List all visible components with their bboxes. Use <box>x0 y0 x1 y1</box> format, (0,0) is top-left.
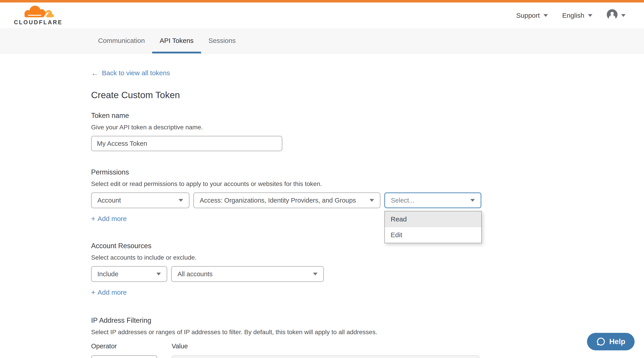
cloudflare-wordmark: CLOUDFLARE <box>14 19 62 26</box>
resource-mode-select[interactable]: Include <box>91 266 167 282</box>
user-avatar-icon <box>607 9 618 22</box>
chevron-down-icon <box>156 273 161 275</box>
brand-accent-bar <box>0 0 644 3</box>
account-resources-row: Include All accounts <box>91 266 644 282</box>
menu-option-edit[interactable]: Edit <box>385 227 481 243</box>
language-menu-label: English <box>562 12 584 19</box>
header-actions: Support English <box>516 9 626 22</box>
token-name-heading: Token name <box>91 112 644 120</box>
resource-mode-value: Include <box>98 270 118 278</box>
back-to-tokens-link[interactable]: ← Back to view all tokens <box>91 69 170 77</box>
cloudflare-cloud-icon <box>20 5 57 19</box>
ip-value-input[interactable] <box>172 355 480 358</box>
chevron-down-icon <box>544 14 548 17</box>
permission-scope-value: Account <box>98 197 121 204</box>
token-name-description: Give your API token a descriptive name. <box>91 124 644 131</box>
chevron-down-icon <box>313 273 318 275</box>
profile-tabs: Communication API Tokens Sessions <box>0 28 644 54</box>
ip-filtering-row: Select... <box>91 355 644 358</box>
permissions-section: Permissions Select edit or read permissi… <box>91 168 644 223</box>
tab-api-tokens[interactable]: API Tokens <box>152 28 201 53</box>
chevron-down-icon <box>178 199 183 202</box>
chevron-down-icon <box>621 14 626 17</box>
plus-icon: + <box>91 289 95 296</box>
chevron-down-icon <box>470 199 475 202</box>
resource-accounts-value: All accounts <box>178 270 212 278</box>
chat-bubble-icon <box>596 337 606 346</box>
page-title: Create Custom Token <box>91 90 644 100</box>
permission-level-select[interactable]: Select... <box>384 192 481 208</box>
header: CLOUDFLARE Support English <box>0 3 644 28</box>
permissions-heading: Permissions <box>91 168 644 176</box>
back-arrow-icon: ← <box>91 69 99 77</box>
chevron-down-icon <box>370 199 374 202</box>
permissions-description: Select edit or read permissions to apply… <box>91 180 644 188</box>
help-button[interactable]: Help <box>587 333 634 350</box>
token-name-section: Token name Give your API token a descrip… <box>91 112 644 151</box>
operator-label: Operator <box>91 342 161 350</box>
language-menu[interactable]: English <box>562 12 592 19</box>
permission-group-select[interactable]: Access: Organizations, Identity Provider… <box>194 192 380 208</box>
tab-communication[interactable]: Communication <box>91 28 152 53</box>
chevron-down-icon <box>588 14 592 17</box>
account-resources-description: Select accounts to include or exclude. <box>91 254 644 261</box>
help-button-label: Help <box>609 337 626 346</box>
ip-filtering-section: IP Address Filtering Select IP addresses… <box>91 316 644 358</box>
permissions-add-more-link[interactable]: + Add more <box>91 215 127 223</box>
token-name-input[interactable] <box>91 136 282 151</box>
ip-operator-select[interactable]: Select... <box>91 355 157 358</box>
resources-add-more-label: Add more <box>98 289 127 296</box>
value-label: Value <box>172 342 188 350</box>
resources-add-more-link[interactable]: + Add more <box>91 289 127 296</box>
permissions-add-more-label: Add more <box>98 215 127 223</box>
account-resources-section: Account Resources Select accounts to inc… <box>91 242 644 296</box>
account-resources-heading: Account Resources <box>91 242 644 250</box>
permission-group-value: Access: Organizations, Identity Provider… <box>200 197 356 204</box>
back-link-label: Back to view all tokens <box>102 69 170 77</box>
resource-accounts-select[interactable]: All accounts <box>171 266 324 282</box>
permissions-row: Account Access: Organizations, Identity … <box>91 192 644 208</box>
plus-icon: + <box>91 215 95 222</box>
ip-filtering-heading: IP Address Filtering <box>91 316 644 324</box>
main-content: ← Back to view all tokens Create Custom … <box>0 54 644 358</box>
support-menu[interactable]: Support <box>516 12 548 19</box>
ip-filtering-description: Select IP addresses or ranges of IP addr… <box>91 328 644 336</box>
cloudflare-logo[interactable]: CLOUDFLARE <box>14 5 62 26</box>
menu-option-read[interactable]: Read <box>385 211 481 227</box>
permission-level-menu: Read Edit <box>384 211 482 243</box>
account-menu[interactable] <box>607 9 626 22</box>
ip-field-labels: Operator Value <box>91 342 644 350</box>
permission-scope-select[interactable]: Account <box>91 192 190 208</box>
permission-level-value: Select... <box>391 197 414 204</box>
permission-level-wrap: Select... Read Edit <box>384 192 481 208</box>
support-menu-label: Support <box>516 12 540 19</box>
tab-sessions[interactable]: Sessions <box>201 28 243 53</box>
